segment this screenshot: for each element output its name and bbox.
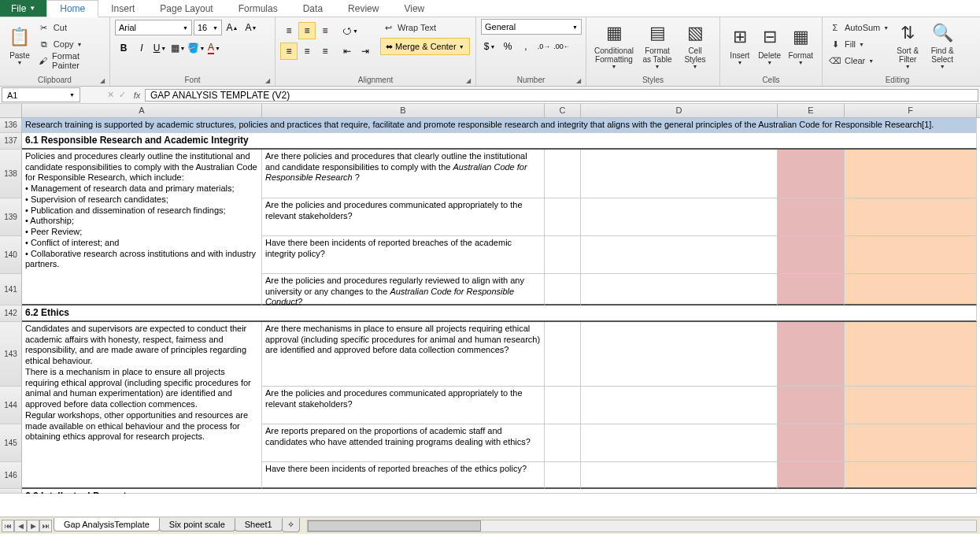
tab-page-layout[interactable]: Page Layout bbox=[147, 0, 225, 17]
cell[interactable] bbox=[778, 424, 845, 462]
delete-cells-button[interactable]: ⊟Delete▼ bbox=[755, 19, 785, 69]
sheet-nav-next[interactable]: ▶ bbox=[27, 520, 39, 532]
new-sheet-button[interactable]: ✧ bbox=[282, 518, 300, 532]
cell[interactable] bbox=[545, 424, 581, 462]
cell[interactable]: 6.1 Responsible Research and Academic In… bbox=[22, 133, 977, 150]
col-header-d[interactable]: D bbox=[581, 104, 778, 117]
cell[interactable]: Policies and procedures clearly outline … bbox=[22, 150, 262, 306]
tab-home[interactable]: Home bbox=[46, 0, 98, 17]
cell[interactable] bbox=[545, 387, 581, 424]
cell[interactable]: Are the policies and procedures communic… bbox=[262, 198, 545, 236]
row-header[interactable]: 146 bbox=[0, 462, 22, 489]
align-top-button[interactable]: ≡ bbox=[280, 22, 298, 39]
cell[interactable]: Are reports prepared on the proportions … bbox=[262, 424, 545, 462]
cut-button[interactable]: ✂Cut bbox=[36, 20, 105, 35]
cell[interactable]: Have there been incidents of reported br… bbox=[262, 462, 545, 489]
col-header-a[interactable]: A bbox=[22, 104, 262, 117]
wrap-text-button[interactable]: ↩Wrap Text bbox=[380, 20, 470, 35]
bold-button[interactable]: B bbox=[115, 39, 132, 57]
cell[interactable] bbox=[845, 322, 977, 387]
dialog-launcher-icon[interactable]: ◢ bbox=[265, 77, 270, 84]
cell[interactable] bbox=[545, 150, 581, 198]
sheet-tab-six-point[interactable]: Six point scale bbox=[159, 518, 235, 531]
insert-cells-button[interactable]: ⊞Insert▼ bbox=[725, 19, 755, 69]
col-header-b[interactable]: B bbox=[262, 104, 545, 117]
cell[interactable] bbox=[581, 387, 778, 424]
row-header[interactable]: 137 bbox=[0, 133, 22, 150]
cell[interactable] bbox=[845, 424, 977, 462]
row-header[interactable]: 136 bbox=[0, 118, 22, 133]
row-header[interactable]: 141 bbox=[0, 274, 22, 306]
number-format-select[interactable]: General▼ bbox=[481, 19, 582, 35]
cell[interactable] bbox=[545, 236, 581, 274]
dialog-launcher-icon[interactable]: ◢ bbox=[576, 77, 581, 84]
cell[interactable]: Are there policies and procedures that c… bbox=[262, 150, 545, 198]
percent-button[interactable]: % bbox=[499, 38, 516, 55]
decrease-indent-button[interactable]: ⇤ bbox=[338, 43, 356, 60]
align-right-button[interactable]: ≡ bbox=[316, 43, 334, 60]
cell[interactable] bbox=[581, 322, 778, 387]
cell[interactable] bbox=[581, 150, 778, 198]
accounting-format-button[interactable]: $▼ bbox=[481, 38, 498, 55]
format-as-table-button[interactable]: ▤ Formatas Table▼ bbox=[637, 19, 678, 69]
fx-icon[interactable]: fx bbox=[129, 91, 145, 100]
grow-font-button[interactable]: A▲ bbox=[224, 19, 241, 36]
sheet-nav-last[interactable]: ⏭ bbox=[39, 520, 52, 532]
tab-review[interactable]: Review bbox=[335, 0, 391, 17]
row-header[interactable]: 144 bbox=[0, 387, 22, 424]
clear-button[interactable]: ⌫Clear▼ bbox=[827, 54, 890, 68]
align-middle-button[interactable]: ≡ bbox=[298, 22, 316, 39]
italic-button[interactable]: I bbox=[133, 39, 150, 57]
cell-styles-button[interactable]: ▧ CellStyles▼ bbox=[678, 19, 712, 69]
cell[interactable]: 6.2 Ethics bbox=[22, 306, 977, 322]
cell[interactable]: 6.3 Intellectual Property bbox=[22, 489, 977, 494]
merge-center-button[interactable]: ⬌Merge & Center▼ bbox=[380, 38, 470, 55]
comma-button[interactable]: , bbox=[517, 38, 534, 55]
cell[interactable] bbox=[845, 198, 977, 236]
cell[interactable] bbox=[778, 236, 845, 274]
enter-formula-icon[interactable]: ✓ bbox=[119, 90, 126, 100]
scrollbar-thumb[interactable] bbox=[308, 520, 481, 531]
border-button[interactable]: ▦▼ bbox=[169, 39, 187, 57]
cell[interactable] bbox=[581, 198, 778, 236]
cell[interactable] bbox=[581, 424, 778, 462]
cell[interactable]: Research training is supported by academ… bbox=[22, 118, 977, 133]
cell[interactable]: Are the policies and procedures regularl… bbox=[262, 274, 545, 306]
align-bottom-button[interactable]: ≡ bbox=[316, 22, 334, 39]
cell[interactable] bbox=[845, 462, 977, 489]
col-header-f[interactable]: F bbox=[845, 104, 977, 117]
cell[interactable] bbox=[581, 462, 778, 489]
fill-color-button[interactable]: 🪣▼ bbox=[187, 39, 205, 57]
row-header[interactable]: 139 bbox=[0, 198, 22, 236]
paste-button[interactable]: 📋 Paste ▼ bbox=[5, 19, 35, 69]
cancel-formula-icon[interactable]: ✕ bbox=[107, 90, 114, 100]
tab-insert[interactable]: Insert bbox=[98, 0, 147, 17]
tab-view[interactable]: View bbox=[391, 0, 437, 17]
row-header[interactable]: 140 bbox=[0, 236, 22, 274]
sheet-nav-first[interactable]: ⏮ bbox=[2, 520, 14, 532]
increase-decimal-button[interactable]: .0→ bbox=[535, 38, 553, 55]
increase-indent-button[interactable]: ⇥ bbox=[357, 43, 374, 60]
align-left-button[interactable]: ≡ bbox=[280, 43, 298, 60]
cell[interactable] bbox=[845, 387, 977, 424]
row-header[interactable]: 138 bbox=[0, 150, 22, 198]
underline-button[interactable]: U▼ bbox=[151, 39, 168, 57]
select-all-corner[interactable] bbox=[0, 104, 22, 117]
decrease-decimal-button[interactable]: .00← bbox=[553, 38, 571, 55]
tab-data[interactable]: Data bbox=[290, 0, 335, 17]
cell[interactable] bbox=[778, 274, 845, 306]
row-header[interactable]: 143 bbox=[0, 322, 22, 387]
shrink-font-button[interactable]: A▼ bbox=[242, 19, 260, 36]
sheet-tab-gap-analysis[interactable]: Gap AnalysisTemplate bbox=[54, 518, 160, 531]
align-center-button[interactable]: ≡ bbox=[298, 43, 316, 60]
cell[interactable] bbox=[545, 274, 581, 306]
col-header-e[interactable]: E bbox=[778, 104, 845, 117]
cell[interactable]: Have there been incidents of reported br… bbox=[262, 236, 545, 274]
sort-filter-button[interactable]: ⇅Sort &Filter▼ bbox=[890, 19, 925, 69]
cell[interactable]: Are there mechanisms in place to ensure … bbox=[262, 322, 545, 387]
cell[interactable] bbox=[545, 198, 581, 236]
font-name-select[interactable]: Arial▼ bbox=[115, 20, 192, 35]
font-color-button[interactable]: A▼ bbox=[205, 39, 223, 57]
format-cells-button[interactable]: ▦Format▼ bbox=[784, 19, 817, 69]
cell[interactable] bbox=[778, 462, 845, 489]
